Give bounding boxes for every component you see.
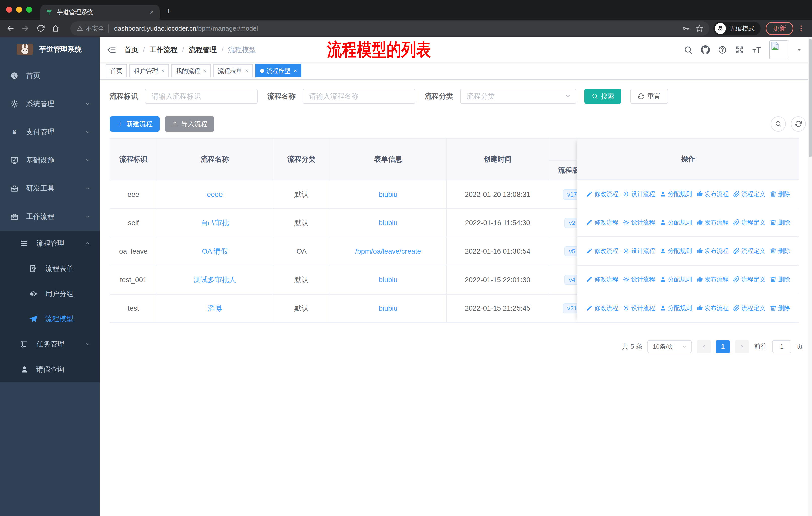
process-name-link[interactable]: 测试多审批人 — [194, 276, 236, 284]
update-button[interactable]: 更新 — [766, 22, 793, 35]
form-link[interactable]: biubiu — [379, 190, 398, 198]
action-edit-link[interactable]: 修改流程 — [586, 247, 618, 255]
address-bar[interactable]: 不安全 dashboard.yudao.iocoder.cn/bpm/manag… — [70, 21, 709, 35]
action-assign-rule-link[interactable]: 分配规则 — [660, 218, 692, 226]
process-name-link[interactable]: 自己审批 — [201, 219, 229, 227]
action-assign-rule-link[interactable]: 分配规则 — [660, 190, 692, 198]
key-icon[interactable] — [682, 25, 690, 32]
reload-icon[interactable] — [36, 24, 45, 33]
action-edit-link[interactable]: 修改流程 — [586, 275, 618, 283]
sidebar-item-process-model[interactable]: 流程模型 — [0, 306, 100, 332]
sidebar-item-leave-query[interactable]: 请假查询 — [0, 357, 100, 382]
action-delete-link[interactable]: 删除 — [770, 218, 790, 226]
page-size-select[interactable]: 10条/页 — [647, 340, 692, 353]
action-deploy-link[interactable]: 发布流程 — [696, 218, 729, 226]
action-delete-link[interactable]: 删除 — [770, 247, 790, 255]
close-tab-icon[interactable]: × — [149, 8, 154, 16]
action-assign-rule-link[interactable]: 分配规则 — [660, 304, 692, 312]
page-scrollbar[interactable] — [808, 37, 812, 516]
sidebar-item-system[interactable]: 系统管理 — [0, 90, 100, 118]
action-delete-link[interactable]: 删除 — [770, 190, 790, 198]
tab-tenant[interactable]: 租户管理× — [129, 64, 169, 77]
process-name-link[interactable]: eeee — [207, 190, 223, 198]
sidebar-item-user-group[interactable]: 用户分组 — [0, 281, 100, 306]
close-icon[interactable]: × — [161, 67, 164, 74]
sidebar-item-process-form[interactable]: 流程表单 — [0, 256, 100, 281]
sidebar-item-devtools[interactable]: 研发工具 — [0, 174, 100, 202]
close-icon[interactable]: × — [203, 67, 206, 74]
tab-my-process[interactable]: 我的流程× — [171, 64, 211, 77]
tab-home[interactable]: 首页 — [106, 64, 127, 77]
process-key-input[interactable] — [145, 89, 258, 104]
action-design-link[interactable]: 设计流程 — [623, 218, 655, 226]
sidebar-item-process-management[interactable]: 流程管理 — [0, 231, 100, 256]
process-name-link[interactable]: OA 请假 — [202, 247, 228, 255]
avatar[interactable] — [769, 40, 788, 59]
create-process-button[interactable]: 新建流程 — [110, 116, 160, 132]
browser-tab[interactable]: 芋道管理系统 × — [40, 4, 160, 20]
action-delete-link[interactable]: 删除 — [770, 304, 790, 312]
action-assign-rule-link[interactable]: 分配规则 — [660, 247, 692, 255]
action-definition-link[interactable]: 流程定义 — [733, 218, 765, 226]
reset-button[interactable]: 重置 — [630, 89, 668, 104]
action-assign-rule-link[interactable]: 分配规则 — [660, 275, 692, 283]
action-design-link[interactable]: 设计流程 — [623, 304, 655, 312]
sidebar-item-home[interactable]: 首页 — [0, 61, 100, 90]
action-definition-link[interactable]: 流程定义 — [733, 304, 765, 312]
action-edit-link[interactable]: 修改流程 — [586, 304, 618, 312]
action-edit-link[interactable]: 修改流程 — [586, 190, 618, 198]
process-name-link[interactable]: 滔博 — [208, 304, 222, 312]
close-window-button[interactable] — [6, 6, 12, 12]
home-icon[interactable] — [51, 24, 60, 33]
current-page-button[interactable]: 1 — [716, 340, 730, 353]
action-design-link[interactable]: 设计流程 — [623, 247, 655, 255]
action-definition-link[interactable]: 流程定义 — [733, 247, 765, 255]
process-name-input[interactable] — [302, 89, 415, 104]
tab-process-model[interactable]: 流程模型× — [256, 64, 301, 77]
form-link[interactable]: /bpm/oa/leave/create — [355, 247, 421, 255]
sidebar-item-workflow[interactable]: 工作流程 — [0, 202, 100, 231]
breadcrumb-process-management[interactable]: 流程管理 — [189, 45, 217, 55]
action-delete-link[interactable]: 删除 — [770, 275, 790, 283]
sidebar-fold-icon[interactable] — [107, 45, 116, 55]
tab-process-form[interactable]: 流程表单× — [213, 64, 253, 77]
action-definition-link[interactable]: 流程定义 — [733, 275, 765, 283]
back-icon[interactable] — [6, 24, 14, 33]
action-design-link[interactable]: 设计流程 — [623, 275, 655, 283]
action-edit-link[interactable]: 修改流程 — [586, 218, 618, 226]
fullscreen-icon[interactable] — [735, 45, 744, 54]
form-link[interactable]: biubiu — [379, 276, 398, 284]
github-icon[interactable] — [701, 45, 710, 54]
browser-menu-icon[interactable] — [798, 25, 805, 32]
sidebar-item-task-management[interactable]: 任务管理 — [0, 332, 100, 357]
action-deploy-link[interactable]: 发布流程 — [696, 275, 729, 283]
forward-icon[interactable] — [21, 24, 30, 33]
refresh-table-button[interactable] — [791, 116, 806, 132]
scrollbar-thumb[interactable] — [809, 39, 812, 157]
help-icon[interactable] — [718, 45, 727, 54]
import-process-button[interactable]: 导入流程 — [165, 116, 214, 132]
bookmark-star-icon[interactable] — [696, 25, 703, 32]
action-definition-link[interactable]: 流程定义 — [733, 190, 765, 198]
action-deploy-link[interactable]: 发布流程 — [696, 304, 729, 312]
form-link[interactable]: biubiu — [379, 304, 398, 312]
maximize-window-button[interactable] — [26, 6, 32, 12]
breadcrumb-workflow[interactable]: 工作流程 — [149, 45, 178, 55]
action-design-link[interactable]: 设计流程 — [623, 190, 655, 198]
goto-page-input[interactable] — [772, 340, 791, 353]
sidebar-item-infrastructure[interactable]: 基础设施 — [0, 146, 100, 174]
close-icon[interactable]: × — [245, 67, 249, 74]
action-deploy-link[interactable]: 发布流程 — [696, 190, 729, 198]
new-tab-button[interactable]: + — [166, 6, 171, 16]
form-link[interactable]: biubiu — [379, 219, 398, 227]
breadcrumb-home[interactable]: 首页 — [124, 45, 139, 55]
search-button[interactable]: 搜索 — [584, 89, 621, 104]
minimize-window-button[interactable] — [16, 6, 22, 12]
sidebar-item-payment[interactable]: ¥支付管理 — [0, 118, 100, 146]
font-size-icon[interactable] — [752, 45, 761, 54]
action-deploy-link[interactable]: 发布流程 — [696, 247, 729, 255]
prev-page-button[interactable] — [697, 340, 711, 353]
chevron-down-icon[interactable] — [796, 47, 802, 53]
close-icon[interactable]: × — [294, 67, 297, 74]
show-search-button[interactable] — [771, 116, 786, 132]
